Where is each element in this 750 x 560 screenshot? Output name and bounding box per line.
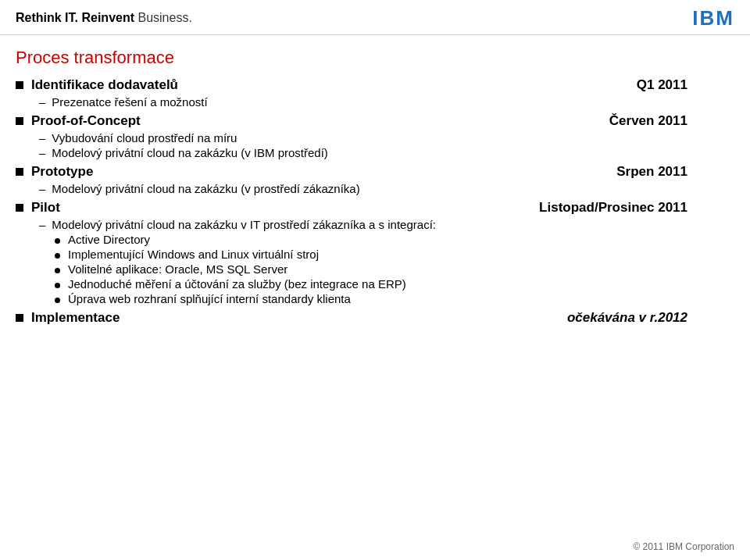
main-item-text-prototype: Prototype [31, 164, 93, 180]
main-item-pilot: Pilot Listopad/Prosinec 2011 [16, 200, 734, 216]
dash-prototype-0: – [39, 182, 45, 195]
sub-item-text-pilot-0: Modelový privátní cloud na zakázku v IT … [52, 218, 436, 231]
sub-item-text-identifikace-0: Prezenatce řešení a možností [52, 95, 207, 109]
sub-item-text-prototype-0: Modelový privátní cloud na zakázku (v pr… [52, 182, 359, 195]
dash-pilot-0: – [39, 218, 45, 231]
dash-poc-0: – [39, 131, 45, 144]
sub-item-prototype-0: – Modelový privátní cloud na zakázku (v … [39, 182, 734, 195]
bullet-square-pilot [16, 204, 23, 212]
reinvent-text: Reinvent [78, 11, 134, 24]
main-item-text-poc: Proof-of-Concept [31, 113, 141, 129]
ibm-text: IBM [692, 8, 734, 28]
bullet-square-poc [16, 117, 23, 125]
content: Identifikace dodavatelů Q1 2011 – Prezen… [0, 77, 750, 338]
circle-item-pilot-4: Úprava web rozhraní splňující interní st… [55, 292, 734, 305]
circle-item-pilot-0: Active Directory [55, 233, 734, 246]
implementace-date: očekávána v r.2012 [567, 310, 734, 326]
bullet-circle-pilot-0 [55, 238, 60, 244]
section-identifikace: Identifikace dodavatelů Q1 2011 – Prezen… [16, 77, 734, 109]
circle-item-text-pilot-4: Úprava web rozhraní splňující interní st… [68, 292, 351, 305]
main-item-text-identifikace: Identifikace dodavatelů [31, 77, 178, 93]
implementace-content: Implementace očekávána v r.2012 [31, 310, 734, 326]
section-prototype: Prototype Srpen 2011 – Modelový privátní… [16, 164, 734, 195]
circle-item-pilot-3: Jednoduché měření a účtování za služby (… [55, 277, 734, 291]
bullet-circle-pilot-3 [55, 283, 60, 288]
logo-text: Rethink IT. Reinvent Business. [16, 11, 192, 25]
implementace-row: Implementace očekávána v r.2012 [16, 310, 734, 326]
copyright-text: © 2011 IBM Corporation [633, 541, 734, 552]
header: Rethink IT. Reinvent Business. IBM [0, 0, 750, 35]
main-item-date-pilot: Listopad/Prosinec 2011 [539, 200, 734, 216]
ibm-logo: IBM [692, 8, 734, 28]
main-item-content-poc: Proof-of-Concept Červen 2011 [31, 113, 734, 129]
sub-item-pilot-0: – Modelový privátní cloud na zakázku v I… [39, 218, 734, 231]
sub-item-identifikace-0: – Prezenatce řešení a možností [39, 95, 734, 109]
circle-item-pilot-1: Implementující Windows and Linux virtuál… [55, 248, 734, 261]
section-pilot: Pilot Listopad/Prosinec 2011 – Modelový … [16, 200, 734, 305]
circle-item-text-pilot-3: Jednoduché měření a účtování za služby (… [68, 277, 406, 291]
main-item-poc: Proof-of-Concept Červen 2011 [16, 113, 734, 129]
main-item-content-identifikace: Identifikace dodavatelů Q1 2011 [31, 77, 734, 93]
bullet-square-implementace [16, 314, 23, 322]
circle-item-text-pilot-1: Implementující Windows and Linux virtuál… [68, 248, 319, 261]
main-item-date-prototype: Srpen 2011 [616, 164, 734, 180]
bullet-square-prototype [16, 168, 23, 176]
circle-item-text-pilot-2: Volitelné aplikace: Oracle, MS SQL Serve… [68, 262, 288, 276]
dash-identifikace-0: – [39, 95, 45, 109]
bullet-circle-pilot-4 [55, 298, 60, 303]
sub-item-text-poc-1: Modelový privátní cloud na zakázku (v IB… [52, 146, 327, 159]
implementace-section: Implementace očekávána v r.2012 [16, 310, 734, 326]
circle-item-text-pilot-0: Active Directory [68, 233, 150, 246]
bullet-circle-pilot-2 [55, 268, 60, 273]
implementace-label: Implementace [31, 310, 120, 326]
page-title: Proces transformace [0, 35, 750, 77]
main-item-content-prototype: Prototype Srpen 2011 [31, 164, 734, 180]
main-item-date-poc: Červen 2011 [609, 113, 734, 129]
footer: © 2011 IBM Corporation [633, 541, 734, 552]
main-item-prototype: Prototype Srpen 2011 [16, 164, 734, 180]
rethink-text: Rethink IT. [16, 11, 78, 24]
main-item-content-pilot: Pilot Listopad/Prosinec 2011 [31, 200, 734, 216]
sub-item-text-poc-0: Vybudování cloud prostředí na míru [52, 131, 237, 144]
section-poc: Proof-of-Concept Červen 2011 – Vybudován… [16, 113, 734, 159]
sub-item-poc-0: – Vybudování cloud prostředí na míru [39, 131, 734, 144]
main-item-date-identifikace: Q1 2011 [637, 77, 734, 93]
circle-item-pilot-2: Volitelné aplikace: Oracle, MS SQL Serve… [55, 262, 734, 276]
main-item-text-pilot: Pilot [31, 200, 60, 216]
business-text: Business. [134, 11, 192, 24]
main-item-identifikace: Identifikace dodavatelů Q1 2011 [16, 77, 734, 93]
bullet-circle-pilot-1 [55, 253, 60, 259]
dash-poc-1: – [39, 146, 45, 159]
bullet-square-identifikace [16, 81, 23, 89]
sub-item-poc-1: – Modelový privátní cloud na zakázku (v … [39, 146, 734, 159]
